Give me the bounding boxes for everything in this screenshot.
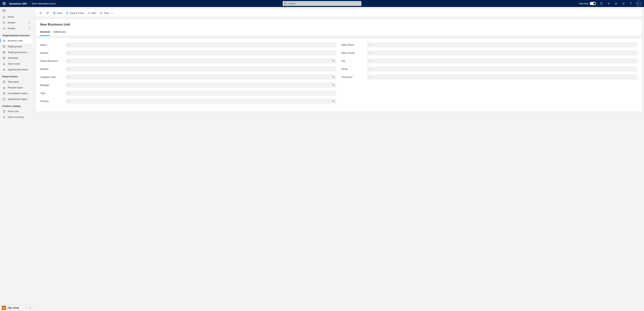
field-input-territory[interactable] (66, 98, 336, 104)
nav-label: Appointment teams (8, 68, 30, 71)
field-input-website[interactable] (66, 66, 336, 71)
briefcase-icon (2, 39, 6, 42)
search-input[interactable] (282, 1, 362, 6)
svg-rect-14 (3, 98, 5, 100)
save-close-icon (66, 12, 68, 14)
nav-item-recent[interactable]: Recent (0, 20, 33, 25)
help-icon (630, 2, 632, 5)
nav-item-pinned[interactable]: Pinned (0, 25, 33, 31)
nav-item[interactable]: Store zones (0, 61, 33, 67)
required-star: * (58, 60, 59, 62)
field-label: Type (40, 92, 66, 94)
field-label: Email (342, 68, 367, 70)
app-launcher-button[interactable] (2, 1, 7, 6)
nav-section-header: Retail actions (0, 72, 33, 79)
new-button[interactable]: New (86, 9, 98, 16)
chevron-down-icon (111, 12, 113, 14)
form-row: Website (40, 66, 336, 71)
nav-item[interactable]: Appointment teams (0, 67, 33, 72)
request-icon (2, 86, 6, 89)
field-input-parent-business[interactable] (66, 58, 336, 63)
nav-label: Pinned (8, 27, 28, 30)
nav-item[interactable]: Appointment types (0, 96, 33, 102)
nav-label: Territories (8, 57, 30, 59)
save-button[interactable]: Save (51, 9, 64, 16)
field-input-main-phone[interactable] (367, 42, 638, 47)
form-row: Manager (40, 82, 336, 88)
nav-label: Business units (8, 39, 30, 42)
nav-item-home[interactable]: Home (0, 14, 33, 20)
nav-label: Request types (8, 86, 30, 89)
field-label: Parent Business * (40, 60, 66, 62)
nav-item[interactable]: Target group asso… (0, 49, 33, 55)
nav-item[interactable]: Request types (0, 85, 33, 90)
app-selector[interactable]: AS App setup (0, 304, 33, 311)
settings-button[interactable] (621, 1, 626, 5)
bell-icon (614, 2, 618, 5)
lightbulb-icon (600, 2, 603, 5)
updown-icon (30, 307, 31, 309)
svg-point-8 (3, 69, 4, 70)
field-label: Main Phone (342, 43, 367, 46)
nav-item[interactable]: Territories (0, 55, 33, 61)
tab-addresses[interactable]: Addresses (54, 30, 66, 36)
field-input-timezone[interactable] (367, 74, 638, 80)
flow-label: Flow (104, 12, 109, 14)
nav-item[interactable]: Cancellation reaso… (0, 90, 33, 96)
popout-icon (46, 12, 49, 14)
back-arrow-icon (40, 12, 42, 14)
user-avatar[interactable]: R. (636, 1, 641, 6)
field-input-manager[interactable] (66, 82, 336, 88)
field-input-name[interactable] (66, 42, 336, 47)
form-row: Name * (40, 42, 336, 47)
lightbulb-button[interactable] (599, 1, 604, 5)
nav-item[interactable]: Price List Items (0, 114, 33, 120)
add-button[interactable] (606, 1, 611, 5)
popout-button[interactable] (44, 9, 50, 16)
page-title: New Business Unit (40, 22, 638, 26)
nav-label: Price Lists (8, 110, 30, 113)
form-row: Division (40, 50, 336, 55)
svg-rect-15 (3, 110, 5, 112)
calendar-icon (2, 98, 6, 101)
flow-button[interactable]: Flow (98, 9, 115, 16)
nav-item[interactable]: Price Lists (0, 108, 33, 114)
top-header: Dynamics 365 Store Operations Assist New… (0, 0, 644, 7)
save-close-button[interactable]: Save & Close (64, 9, 86, 16)
new-look-toggle[interactable] (590, 2, 596, 5)
nav-label: Price List Items (8, 116, 30, 118)
field-input-fax[interactable] (367, 58, 638, 63)
field-label: Timezone * (342, 76, 367, 78)
help-button[interactable] (628, 1, 633, 5)
save-label: Save (57, 12, 62, 14)
field-input-division[interactable] (66, 50, 336, 55)
cancel-icon (2, 92, 6, 95)
nav-item[interactable]: Task types (0, 79, 33, 85)
back-button[interactable] (38, 9, 44, 16)
app-selector-label: App setup (7, 307, 30, 309)
search-icon (284, 2, 287, 5)
sidebar-toggle[interactable] (2, 9, 6, 12)
zone-icon (2, 62, 6, 65)
gear-icon (622, 2, 625, 5)
field-input-email[interactable] (367, 66, 638, 71)
map-icon (2, 56, 6, 60)
form-row: Parent Business * (40, 58, 336, 63)
form-tabs: GeneralAddresses (40, 30, 638, 36)
new-label: New (92, 12, 96, 14)
field-input-other-phone[interactable] (367, 50, 638, 55)
price-icon (2, 110, 6, 113)
pin-icon (2, 27, 6, 30)
list-icon (2, 45, 6, 48)
tab-general[interactable]: General (40, 30, 50, 36)
notifications-button[interactable] (614, 1, 618, 5)
field-input-assignee-team[interactable] (66, 74, 336, 80)
clock-icon (2, 21, 6, 24)
brand-label: Dynamics 365 (9, 2, 26, 5)
nav-item[interactable]: Target groups (0, 43, 33, 49)
plus-icon (88, 12, 90, 14)
nav-item[interactable]: Business units (0, 38, 33, 43)
field-input-type[interactable] (66, 90, 336, 96)
header-divider (29, 2, 29, 5)
chevron-down-icon (28, 22, 30, 23)
